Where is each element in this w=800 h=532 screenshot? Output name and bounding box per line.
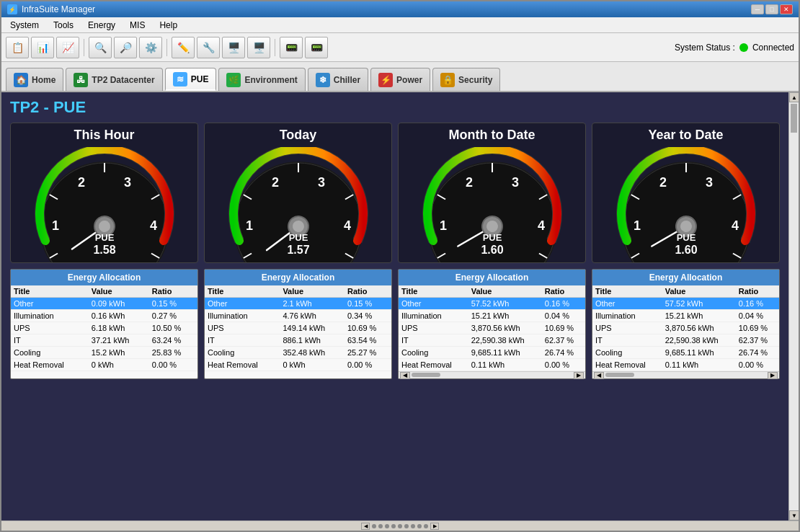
toolbar-device1[interactable]: 📟 <box>280 37 303 58</box>
table-row[interactable]: IT22,590.38 kWh62.37 % <box>592 334 779 347</box>
table-row[interactable]: IT886.1 kWh63.54 % <box>205 334 391 347</box>
scroll-track[interactable] <box>789 102 799 510</box>
table-row[interactable]: Illumination4.76 kWh0.34 % <box>205 310 391 322</box>
table-row[interactable]: Cooling9,685.11 kWh26.74 % <box>399 347 585 359</box>
bottom-scroll-right[interactable]: ▶ <box>430 523 439 530</box>
dot-8 <box>417 524 422 528</box>
bottom-dots <box>372 524 428 528</box>
cell-ratio: 10.69 % <box>736 322 779 334</box>
dot-9 <box>424 524 428 528</box>
scroll-left-3[interactable]: ◀ <box>400 372 410 379</box>
menu-mis[interactable]: MIS <box>124 19 151 32</box>
cell-title: Other <box>399 298 468 310</box>
cell-value: 149.14 kWh <box>280 322 345 334</box>
svg-text:1: 1 <box>633 218 640 233</box>
table-row[interactable]: UPS149.14 kWh10.69 % <box>205 322 391 334</box>
tab-pue[interactable]: ≋ PUE <box>165 68 217 91</box>
scroll-down-button[interactable]: ▼ <box>789 510 799 520</box>
scroll-track-3[interactable] <box>412 373 572 378</box>
cell-ratio: 25.83 % <box>149 347 197 359</box>
toolbar-log[interactable]: 📋 <box>6 37 29 58</box>
tab-chiller[interactable]: ❄ Chiller <box>308 68 368 91</box>
table-row[interactable]: Heat Removal0.11 kWh0.00 % <box>592 359 779 371</box>
cell-title: IT <box>399 334 468 347</box>
toolbar-gear[interactable]: ⚙️ <box>139 37 162 58</box>
toolbar-monitor1[interactable]: 🖥️ <box>222 37 245 58</box>
cell-value: 3,870.56 kWh <box>662 322 736 334</box>
cell-title: Heat Removal <box>11 359 89 371</box>
table-row[interactable]: Other0.09 kWh0.15 % <box>11 298 197 310</box>
toolbar-chart[interactable]: 📊 <box>31 37 54 58</box>
cell-value: 2.1 kWh <box>280 298 345 310</box>
cell-value: 0.11 kWh <box>662 359 736 371</box>
table-row[interactable]: Cooling352.48 kWh25.27 % <box>205 347 391 359</box>
minimize-button[interactable]: ─ <box>751 4 764 14</box>
table-row[interactable]: IT37.21 kWh63.24 % <box>11 334 197 347</box>
table-row[interactable]: Heat Removal0 kWh0.00 % <box>11 359 197 371</box>
cell-ratio: 0.04 % <box>542 310 585 322</box>
maximize-button[interactable]: □ <box>765 4 778 14</box>
cell-title: Illumination <box>205 310 280 322</box>
close-button[interactable]: ✕ <box>780 4 793 14</box>
table-row[interactable]: Illumination0.16 kWh0.27 % <box>11 310 197 322</box>
table-row[interactable]: Cooling9,685.11 kWh26.74 % <box>592 347 779 359</box>
tab-environment[interactable]: 🌿 Environment <box>218 68 305 91</box>
toolbar-tool[interactable]: 🔧 <box>197 37 220 58</box>
scroll-track-4[interactable] <box>605 373 766 378</box>
toolbar-search1[interactable]: 🔍 <box>89 37 112 58</box>
svg-text:1: 1 <box>245 218 252 233</box>
tab-power[interactable]: ⚡ Power <box>370 68 430 91</box>
table-row[interactable]: Cooling15.2 kWh25.83 % <box>11 347 197 359</box>
toolbar-monitor2[interactable]: 🖥️ <box>247 37 270 58</box>
cell-ratio: 26.74 % <box>736 347 779 359</box>
pue-icon: ≋ <box>173 72 187 87</box>
toolbar-sep-1 <box>84 39 84 56</box>
svg-text:PUE: PUE <box>482 232 502 243</box>
col-title-3: Title <box>399 285 468 298</box>
cell-title: Cooling <box>11 347 89 359</box>
menu-tools[interactable]: Tools <box>48 19 79 32</box>
menu-bar: System Tools Energy MIS Help <box>1 17 799 33</box>
cell-ratio: 62.37 % <box>736 334 779 347</box>
system-status: System Status : Connected <box>675 43 794 53</box>
table-row[interactable]: Illumination15.21 kWh0.04 % <box>399 310 585 322</box>
bottom-scroll-left[interactable]: ◀ <box>361 523 370 530</box>
table-row[interactable]: Other57.52 kWh0.16 % <box>399 298 585 310</box>
menu-energy[interactable]: Energy <box>82 19 121 32</box>
gauge-today-dial: 1 2 3 4 PUE 1.57 <box>219 147 378 262</box>
tab-home[interactable]: 🏠 Home <box>6 68 63 91</box>
scroll-right-3[interactable]: ▶ <box>574 372 584 379</box>
tab-datacenter[interactable]: 🖧 TP2 Datacenter <box>66 68 162 91</box>
table-row[interactable]: Heat Removal0 kWh0.00 % <box>205 359 391 371</box>
tab-chiller-label: Chiller <box>334 75 360 85</box>
col-title-1: Title <box>11 285 89 298</box>
col-value-3: Value <box>468 285 542 298</box>
right-scrollbar[interactable]: ▲ ▼ <box>788 92 799 520</box>
table-row[interactable]: UPS3,870.56 kWh10.69 % <box>592 322 779 334</box>
table-row[interactable]: IT22,590.38 kWh62.37 % <box>399 334 585 347</box>
table-row[interactable]: UPS6.18 kWh10.50 % <box>11 322 197 334</box>
table-3-scrollbar[interactable]: ◀ ▶ <box>399 371 585 378</box>
table-row[interactable]: UPS3,870.56 kWh10.69 % <box>399 322 585 334</box>
scroll-up-button[interactable]: ▲ <box>789 92 799 102</box>
menu-help[interactable]: Help <box>154 19 183 32</box>
table-today-header: Energy Allocation <box>205 270 391 285</box>
table-row[interactable]: Illumination15.21 kWh0.04 % <box>592 310 779 322</box>
scroll-right-4[interactable]: ▶ <box>768 372 778 379</box>
tab-security[interactable]: 🔒 Security <box>432 68 500 91</box>
toolbar-edit[interactable]: ✏️ <box>172 37 195 58</box>
tables-row: Energy Allocation Title Value Ratio Othe… <box>1 266 788 384</box>
toolbar-device2[interactable]: 📟 <box>305 37 328 58</box>
toolbar-graph[interactable]: 📈 <box>56 37 79 58</box>
svg-text:4: 4 <box>537 218 544 233</box>
toolbar-search2[interactable]: 🔎 <box>114 37 137 58</box>
scroll-left-4[interactable]: ◀ <box>594 372 604 379</box>
datacenter-icon: 🖧 <box>74 73 88 87</box>
table-row[interactable]: Other57.52 kWh0.16 % <box>592 298 779 310</box>
gauge-year-title: Year to Date <box>644 123 727 147</box>
table-row[interactable]: Other2.1 kWh0.15 % <box>205 298 391 310</box>
table-row[interactable]: Heat Removal0.11 kWh0.00 % <box>399 359 585 371</box>
table-4-scrollbar[interactable]: ◀ ▶ <box>592 371 779 378</box>
menu-system[interactable]: System <box>4 19 45 32</box>
gauge-today-title: Today <box>275 123 321 147</box>
